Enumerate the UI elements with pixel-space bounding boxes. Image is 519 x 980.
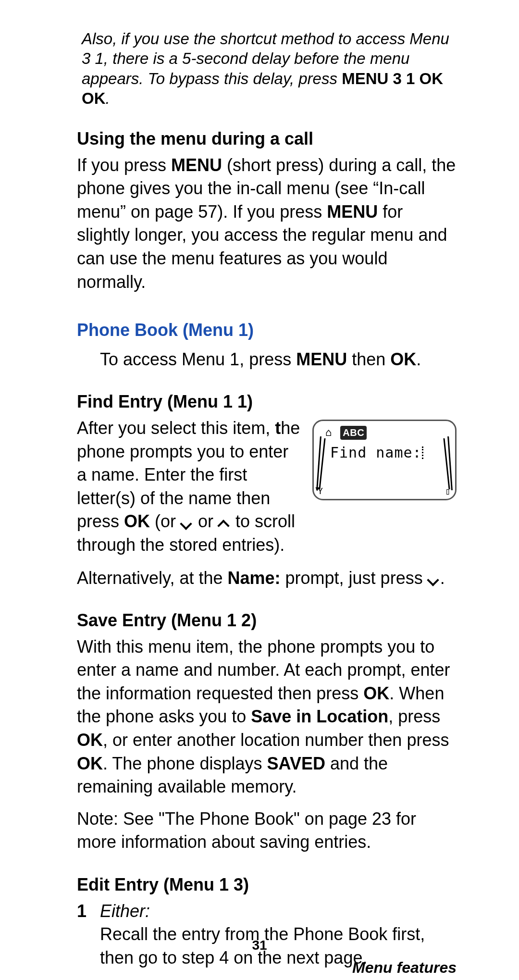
shortcut-note-dot: . bbox=[106, 89, 110, 107]
text: (or bbox=[150, 511, 181, 531]
chevron-down-icon bbox=[428, 576, 440, 583]
heading-phone-book: Phone Book (Menu 1) bbox=[77, 319, 457, 342]
menu-key-label: MENU bbox=[171, 155, 222, 175]
step-number: 1 bbox=[77, 900, 100, 970]
ok-key-label: OK bbox=[124, 511, 150, 531]
chevron-down-icon bbox=[181, 520, 193, 526]
text: Find name: bbox=[330, 444, 422, 461]
battery-icon: ▯ bbox=[445, 485, 450, 497]
text: , press bbox=[388, 707, 440, 726]
text: then bbox=[347, 349, 390, 369]
name-prompt-label: Name: bbox=[228, 568, 281, 588]
heading-save-entry: Save Entry (Menu 1 2) bbox=[77, 609, 457, 633]
para-find-alternative: Alternatively, at the Name: prompt, just… bbox=[77, 567, 457, 590]
ok-key-label: OK bbox=[390, 349, 416, 369]
heading-using-menu-during-call: Using the menu during a call bbox=[77, 127, 457, 151]
step-either-label: Either: bbox=[100, 901, 150, 921]
ok-key-label: OK bbox=[77, 730, 103, 750]
menu-key-label: MENU bbox=[296, 349, 347, 369]
para-save-entry: With this menu item, the phone prompts y… bbox=[77, 635, 457, 799]
text-cursor-icon bbox=[422, 447, 427, 459]
find-entry-row: After you select this item, the phone pr… bbox=[77, 417, 457, 560]
text: prompt, just press bbox=[281, 568, 428, 588]
text: Alternatively, at the bbox=[77, 568, 228, 588]
page-number: 31 bbox=[0, 936, 519, 955]
para-using-menu: If you press MENU (short press) during a… bbox=[77, 154, 457, 294]
text: To access Menu 1, press bbox=[100, 349, 296, 369]
text: If you press bbox=[77, 155, 171, 175]
home-icon: ⌂ bbox=[325, 425, 332, 440]
text: , or enter another location number then … bbox=[103, 730, 449, 750]
heading-find-entry: Find Entry (Menu 1 1) bbox=[77, 390, 457, 414]
menu-key-label: MENU bbox=[327, 202, 378, 222]
screen-status-bar: ⌂ ABC bbox=[325, 426, 448, 440]
chevron-up-icon bbox=[218, 520, 231, 526]
antenna-icon: Y bbox=[318, 485, 323, 497]
text: t bbox=[275, 418, 281, 438]
shortcut-note: Also, if you use the shortcut method to … bbox=[82, 29, 457, 108]
heading-edit-entry: Edit Entry (Menu 1 3) bbox=[77, 873, 457, 897]
text: . The phone displays bbox=[103, 754, 267, 773]
save-in-location-label: Save in Location bbox=[251, 707, 388, 726]
screen-prompt-text: Find name: bbox=[330, 443, 448, 463]
text: . bbox=[416, 349, 421, 369]
phone-screen-illustration: ⌂ ABC Find name: Y ▯ bbox=[312, 420, 457, 500]
abc-mode-icon: ABC bbox=[340, 426, 367, 440]
para-phone-book-access: To access Menu 1, press MENU then OK. bbox=[100, 348, 457, 372]
para-save-note: Note: See "The Phone Book" on page 23 fo… bbox=[77, 807, 457, 854]
para-find-entry: After you select this item, the phone pr… bbox=[77, 417, 303, 557]
footer-section-title: Menu features bbox=[352, 957, 457, 978]
text: or bbox=[193, 511, 218, 531]
saved-label: SAVED bbox=[267, 754, 325, 773]
ok-key-label: OK bbox=[77, 754, 103, 773]
text: . bbox=[440, 568, 445, 588]
ok-key-label: OK bbox=[363, 683, 389, 703]
manual-page: Also, if you use the shortcut method to … bbox=[0, 0, 519, 980]
text: After you select this item, bbox=[77, 418, 275, 438]
